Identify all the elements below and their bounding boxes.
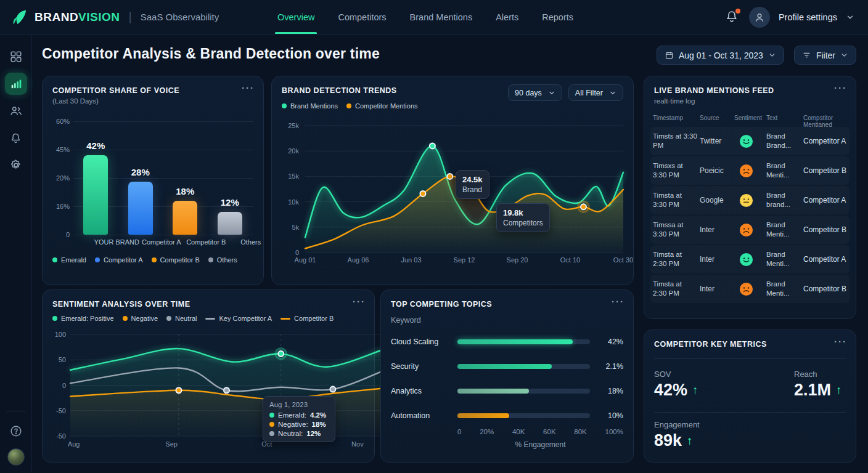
feed-row[interactable]: Timsxs at 3:30 PMPoeicicBrand Menti...Co… (650, 156, 850, 185)
feed-row[interactable]: Timsta at 2:30 PMInterBrand Menti...Comp… (650, 275, 850, 303)
profile-avatar[interactable] (749, 7, 770, 28)
card-menu-button[interactable]: ··· (834, 83, 847, 93)
tooltip-value: 24.5k (462, 175, 483, 184)
line-marker-icon (205, 318, 215, 320)
filter-button[interactable]: Fiiter (794, 46, 856, 65)
brand: BRANDVISION | SaaS Observability (0, 8, 259, 26)
metric-reach: Reach 2.1M↑ (794, 370, 842, 400)
header-actions: Profile settings (724, 7, 868, 28)
sentiment-tooltip: Aug 1, 2023 Emerald:4.2% Negative:18% Ne… (263, 396, 335, 442)
card-title: TOP COMPETING TOPICS (391, 300, 623, 309)
profile-chevron-down-icon[interactable] (846, 13, 854, 22)
sidebar-item-help[interactable] (5, 420, 27, 442)
trends-y-axis: 25k20k15k10k5k0 (282, 126, 303, 253)
sidebar-user-avatar[interactable] (7, 448, 25, 466)
bar-category-label: Others (240, 238, 261, 246)
bar-category-label: Competitor B (186, 238, 226, 246)
tooltip-competitor-peak: 19.8k Competitors (496, 203, 550, 232)
feed-text: Brand brand... (766, 191, 801, 209)
sidebar-item-analytics[interactable] (5, 73, 27, 95)
line-marker-icon (280, 318, 290, 320)
grid-icon (9, 50, 23, 63)
legend-item: Neutral (166, 315, 197, 322)
x-tick-label: Jun 03 (401, 256, 421, 264)
notifications-bell-icon[interactable] (724, 9, 740, 25)
dot-marker-icon (346, 103, 351, 108)
chevron-down-icon (548, 89, 555, 97)
nav-tab-overview[interactable]: Overview (277, 0, 314, 34)
x-tick-label: Nov (351, 440, 364, 448)
date-range-picker[interactable]: Aug 01 - Oct 31, 2023 (657, 46, 784, 65)
legend-item: Competitor A (95, 256, 143, 264)
card-menu-button[interactable]: ··· (612, 296, 624, 307)
y-tick-label: -50 (56, 407, 66, 414)
y-tick-label: 16% (56, 203, 70, 210)
y-tick-label: 15k (288, 172, 299, 180)
topic-name: Analytics (391, 387, 449, 395)
sidebar-item-dashboard[interactable] (5, 46, 27, 68)
card-subtitle: (Last 30 Days) (52, 97, 253, 105)
date-range-value: Aug 01 - Oct 31, 2023 (679, 51, 763, 60)
legend-label: Others (217, 256, 237, 264)
nav-tab-competitors[interactable]: Competitors (338, 0, 386, 34)
feed-table-body: Timsts at 3:30 PMTwitterBrand Brand...Co… (650, 127, 850, 304)
dot-marker-icon (152, 257, 157, 262)
feed-source: Inter (700, 225, 732, 234)
topic-value: 2.1% (599, 362, 623, 371)
x-tick-label: Aug 01 (295, 256, 316, 264)
y-tick-label: 0 (62, 382, 66, 389)
sidebar-item-audience[interactable] (5, 100, 27, 122)
brand-name: BRANDVISION (35, 10, 120, 24)
y-tick-label: 20% (56, 174, 70, 182)
range-select-value: 90 days (515, 89, 542, 97)
feed-row[interactable]: Timsta at 3:30 PMGoogleBrand brand...Com… (650, 186, 850, 214)
tooltip-label: Brand (462, 185, 483, 194)
sidebar-item-settings[interactable] (5, 154, 27, 176)
card-title: COMPETITOR KEY METRICS (654, 340, 846, 349)
sidebar-divider (6, 411, 26, 411)
sentiment-y-axis: 100500-50-50 (52, 334, 70, 436)
sidebar-bottom (0, 411, 31, 473)
feed-row[interactable]: Timssa at 3:30 PMInterBrand Menti...Comp… (650, 216, 850, 244)
divider (654, 412, 846, 413)
column-header: Sentiment (734, 115, 764, 128)
feed-timestamp: Timsta at 2:30 PM (653, 250, 697, 269)
bar-value-label: 42% (86, 140, 105, 151)
filter-select[interactable]: All Filter (568, 84, 623, 101)
tooltip-row: Emerald:4.2% (269, 411, 329, 419)
card-title: SENTIMENT ANALYSIS OVER TIME (52, 300, 364, 309)
range-select[interactable]: 90 days (508, 84, 562, 101)
column-header: Text (766, 115, 801, 128)
feed-timestamp: Timsta at 3:30 PM (653, 191, 697, 209)
topic-bar-track (457, 389, 590, 394)
card-menu-button[interactable]: ··· (353, 296, 366, 307)
sov-chart: 60%45%20%16%0 42%28%18%12% (52, 121, 253, 235)
nav-tab-reports[interactable]: Reports (542, 0, 573, 34)
dot-marker-icon (123, 316, 128, 321)
feed-timestamp: Timsts at 3:30 PM (653, 132, 697, 150)
x-tick-label: Sep 12 (454, 256, 475, 264)
sentiment-neutral-icon (739, 193, 753, 208)
y-tick-label: 5k (292, 224, 299, 231)
card-key-metrics: COMPETITOR KEY METRICS ··· SOV 42%↑ Reac… (644, 329, 856, 463)
bar-competitor-a (128, 182, 153, 235)
dot-icon (269, 422, 274, 427)
dot-marker-icon (52, 257, 57, 262)
feed-row[interactable]: Timsts at 3:30 PMTwitterBrand Brand...Co… (650, 127, 850, 155)
topics-x-axis: 020%40K60K80K100% (457, 428, 623, 435)
feed-row[interactable]: Timsta at 2:30 PMInterBrand Menti...Comp… (650, 245, 850, 273)
metric-label: Engagement (654, 420, 700, 429)
topic-bar-track (457, 339, 590, 344)
nav-tab-brand-mentions[interactable]: Brand Mentions (410, 0, 473, 34)
metric-value: 2.1M (794, 381, 831, 400)
profile-settings-label[interactable]: Profile settings (779, 12, 837, 22)
topic-row: Security2.1% (391, 354, 623, 379)
notification-dot (735, 9, 740, 14)
card-menu-button[interactable]: ··· (834, 336, 847, 347)
sidebar-item-alerts[interactable] (5, 127, 27, 149)
card-menu-button[interactable]: ··· (242, 83, 255, 93)
legend-item: Key Competitor A (205, 315, 272, 322)
nav-tab-alerts[interactable]: Alerts (496, 0, 518, 34)
feed-text: Brand Menti... (766, 220, 801, 239)
x-tick-label: 40K (512, 428, 525, 435)
